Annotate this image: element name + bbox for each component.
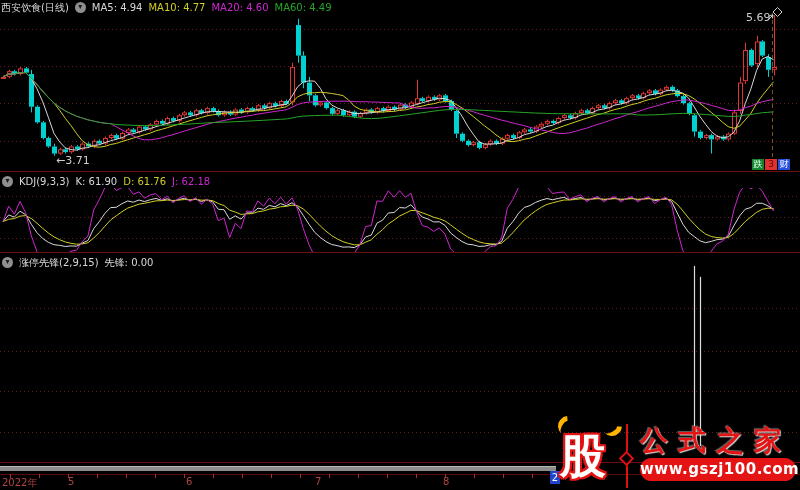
pioneer-name: 涨停先锋(2,9,15) bbox=[19, 256, 99, 269]
stock-title: 西安饮食(日线) bbox=[1, 1, 69, 14]
kdj-j-value: J: 62.18 bbox=[172, 175, 210, 188]
ma10-label: MA10: 4.77 bbox=[148, 1, 205, 14]
collapse-main-panel-icon[interactable]: ▾ bbox=[75, 2, 86, 13]
ma20-label: MA20: 4.60 bbox=[211, 1, 268, 14]
high-price-annotation: 5.69 bbox=[746, 11, 771, 24]
logo-site-name: 公式之家 bbox=[640, 422, 792, 460]
status-badges: 跌3财 bbox=[752, 159, 790, 170]
kdj-k-value: K: 61.90 bbox=[75, 175, 117, 188]
kdj-panel-header: ▾ KDJ(9,3,3) K: 61.90 D: 61.76 J: 62.18 bbox=[2, 175, 210, 188]
ma60-label: MA60: 4.49 bbox=[275, 1, 332, 14]
main-panel-header: 西安饮食(日线) ▾ MA5: 4.94 MA10: 4.77 MA20: 4.… bbox=[1, 1, 332, 14]
logo-diamond-icon bbox=[619, 451, 635, 467]
mini-indicator-badge[interactable]: 3 bbox=[765, 159, 777, 170]
axis-month-label: 6 bbox=[186, 476, 192, 487]
logo-stock-character: 股 bbox=[560, 426, 606, 488]
mini-indicator-badge[interactable]: 跌 bbox=[752, 159, 764, 170]
axis-month-label: 7 bbox=[315, 476, 321, 487]
collapse-pioneer-panel-icon[interactable]: ▾ bbox=[2, 257, 13, 268]
pioneer-panel-header: ▾ 涨停先锋(2,9,15) 先锋: 0.00 bbox=[2, 256, 153, 269]
stock-chart-window: 西安饮食(日线) ▾ MA5: 4.94 MA10: 4.77 MA20: 4.… bbox=[0, 0, 800, 490]
ma5-label: MA5: 4.94 bbox=[92, 1, 143, 14]
collapse-kdj-panel-icon[interactable]: ▾ bbox=[2, 176, 13, 187]
axis-year-label: 2022年 bbox=[2, 476, 37, 490]
mini-indicator-badge[interactable]: 财 bbox=[778, 159, 790, 170]
logo-site-url: www.gszj100.com bbox=[640, 458, 796, 481]
pioneer-value: 先锋: 0.00 bbox=[105, 256, 154, 269]
axis-month-label: 8 bbox=[443, 476, 449, 487]
axis-month-label: 5 bbox=[68, 476, 74, 487]
site-logo: 股 公式之家 www.gszj100.com bbox=[556, 416, 800, 490]
kdj-name: KDJ(9,3,3) bbox=[19, 175, 69, 188]
kdj-d-value: D: 61.76 bbox=[123, 175, 166, 188]
low-price-annotation: ←3.71 bbox=[56, 154, 90, 167]
horizontal-scrollbar[interactable] bbox=[0, 466, 556, 471]
